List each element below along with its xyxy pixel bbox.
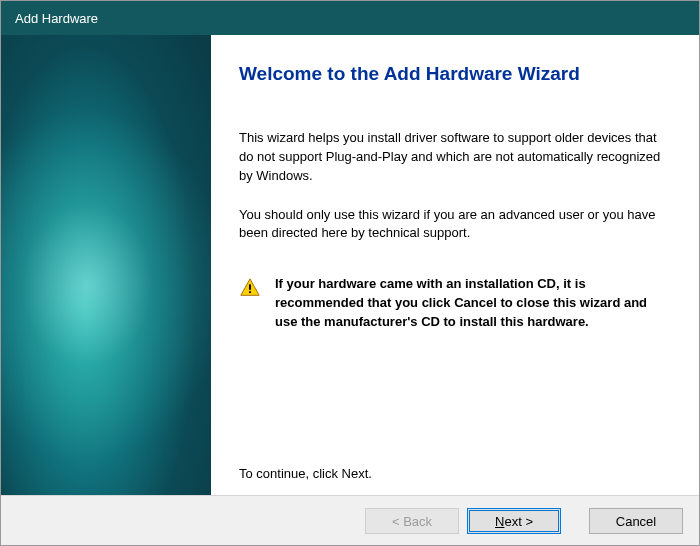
intro-paragraph-2: You should only use this wizard if you a… <box>239 206 665 244</box>
wizard-body: Welcome to the Add Hardware Wizard This … <box>1 35 699 495</box>
window-title: Add Hardware <box>15 11 98 26</box>
svg-rect-1 <box>249 291 251 293</box>
next-access-key: N <box>495 514 504 529</box>
intro-paragraph-1: This wizard helps you install driver sof… <box>239 129 665 186</box>
warning-note: If your hardware came with an installati… <box>239 275 665 332</box>
next-button[interactable]: Next > <box>467 508 561 534</box>
warning-icon <box>239 277 261 299</box>
page-heading: Welcome to the Add Hardware Wizard <box>239 63 665 85</box>
back-button: < Back <box>365 508 459 534</box>
next-label-rest: ext > <box>504 514 533 529</box>
titlebar: Add Hardware <box>1 1 699 35</box>
cancel-button[interactable]: Cancel <box>589 508 683 534</box>
wizard-content: Welcome to the Add Hardware Wizard This … <box>211 35 699 495</box>
svg-rect-0 <box>249 285 251 291</box>
warning-text: If your hardware came with an installati… <box>275 275 665 332</box>
button-bar: < Back Next > Cancel <box>1 495 699 546</box>
wizard-sidebar-graphic <box>1 35 211 495</box>
continue-hint: To continue, click Next. <box>239 466 372 481</box>
